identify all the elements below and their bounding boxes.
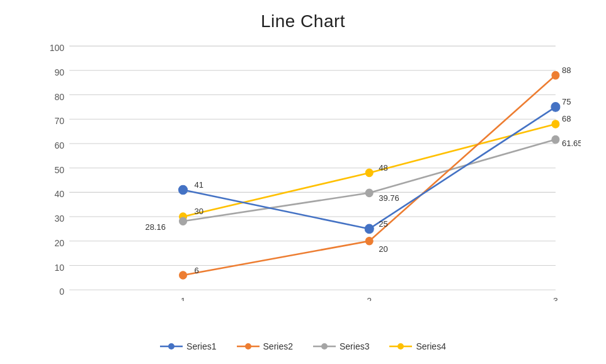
- svg-text:68: 68: [562, 114, 571, 123]
- svg-text:41: 41: [195, 180, 203, 190]
- svg-text:25: 25: [379, 219, 387, 229]
- svg-text:0: 0: [59, 287, 64, 297]
- legend-series3: Series3: [313, 341, 369, 351]
- svg-text:48: 48: [379, 163, 387, 173]
- svg-point-36: [551, 103, 560, 112]
- svg-point-30: [552, 135, 559, 144]
- svg-text:39.76: 39.76: [379, 193, 399, 203]
- svg-point-52: [245, 343, 251, 350]
- legend-series1: Series1: [160, 341, 216, 351]
- svg-text:6: 6: [195, 266, 199, 275]
- svg-text:20: 20: [379, 244, 387, 253]
- legend-series2: Series2: [237, 341, 293, 351]
- svg-point-27: [552, 120, 559, 128]
- svg-text:28.16: 28.16: [145, 222, 166, 232]
- svg-point-31: [180, 271, 187, 280]
- svg-text:10: 10: [55, 262, 65, 272]
- svg-text:30: 30: [195, 207, 203, 216]
- svg-text:100: 100: [50, 44, 64, 53]
- svg-point-34: [179, 185, 188, 195]
- svg-text:2: 2: [367, 296, 372, 301]
- chart-container: Line Chart 100 90 80 70 60 50 40 30 20 1…: [0, 0, 606, 364]
- svg-point-28: [180, 217, 187, 225]
- svg-text:50: 50: [55, 164, 65, 174]
- chart-legend: Series1 Series2 Series3 Series4: [0, 341, 606, 351]
- svg-text:1: 1: [181, 296, 186, 301]
- svg-text:20: 20: [55, 238, 65, 248]
- svg-point-29: [365, 189, 373, 197]
- chart-title: Line Chart: [0, 0, 606, 31]
- svg-text:60: 60: [55, 140, 65, 151]
- svg-text:70: 70: [55, 116, 65, 126]
- legend-series2-label: Series2: [263, 341, 293, 351]
- svg-text:90: 90: [55, 67, 65, 77]
- chart-svg: 100 90 80 70 60 50 40 30 20 10 0 1 2 3: [38, 44, 581, 301]
- svg-point-33: [552, 71, 559, 79]
- legend-series1-label: Series1: [186, 341, 216, 351]
- svg-text:3: 3: [553, 296, 558, 301]
- svg-point-26: [365, 169, 373, 177]
- svg-text:61.65: 61.65: [562, 139, 581, 148]
- svg-text:30: 30: [55, 213, 65, 224]
- legend-series4-label: Series4: [416, 341, 445, 351]
- legend-series3-label: Series3: [340, 341, 369, 351]
- svg-text:80: 80: [55, 91, 65, 101]
- svg-text:88: 88: [562, 65, 571, 75]
- svg-point-54: [321, 343, 328, 350]
- legend-series4: Series4: [389, 341, 445, 351]
- series3-line: [183, 140, 556, 222]
- svg-text:40: 40: [55, 189, 65, 199]
- svg-point-32: [365, 237, 373, 246]
- svg-point-50: [168, 343, 174, 350]
- svg-point-35: [365, 224, 374, 234]
- svg-point-56: [397, 343, 404, 350]
- svg-text:75: 75: [562, 97, 571, 106]
